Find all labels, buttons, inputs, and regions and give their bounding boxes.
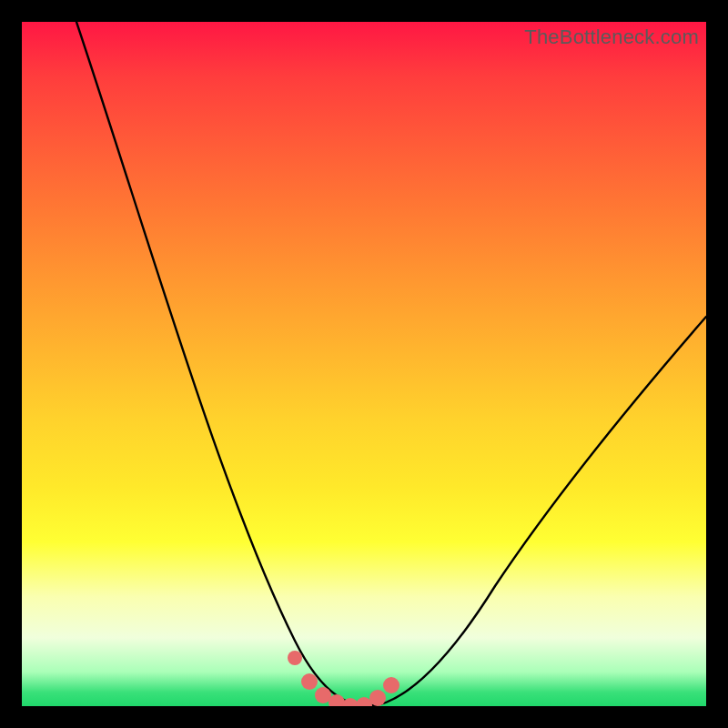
chart-frame: TheBottleneck.com <box>0 0 728 728</box>
curve-marker-dot <box>369 690 386 706</box>
bottleneck-curve-path <box>76 22 706 705</box>
curve-marker-dot <box>301 673 318 690</box>
bottleneck-curve-svg <box>22 22 706 706</box>
watermark-text: TheBottleneck.com <box>524 25 699 49</box>
chart-plot-area: TheBottleneck.com <box>22 22 706 706</box>
curve-marker-dot <box>288 651 302 665</box>
curve-marker-dot <box>383 677 399 693</box>
